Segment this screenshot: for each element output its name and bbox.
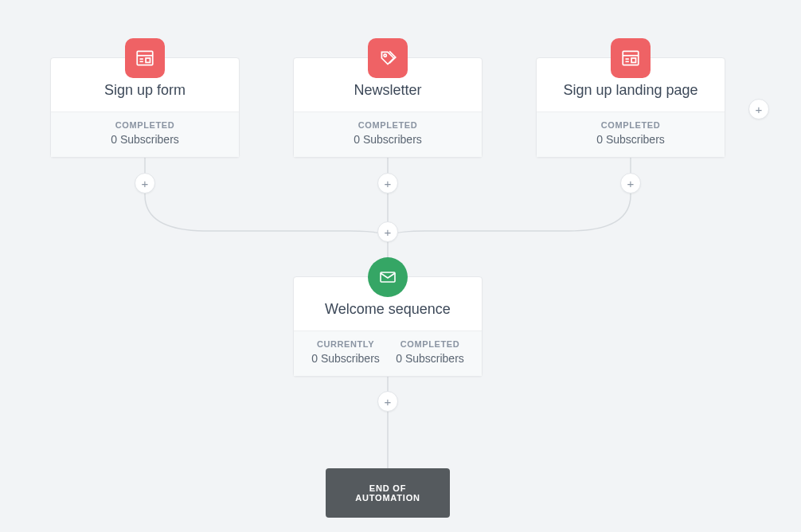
add-step-button[interactable]: + <box>377 221 398 242</box>
stat-value: 0 Subscribers <box>303 352 388 365</box>
card-stats: CURRENTLY 0 Subscribers COMPLETED 0 Subs… <box>294 331 482 376</box>
stat-label: COMPLETED <box>61 120 229 130</box>
stat-label: CURRENTLY <box>303 339 388 349</box>
stat-value: 0 Subscribers <box>61 133 229 146</box>
entry-card-landing-page[interactable]: Sign up landing page COMPLETED 0 Subscri… <box>536 57 725 158</box>
add-step-button[interactable]: + <box>620 173 641 194</box>
svg-point-5 <box>384 54 386 57</box>
svg-rect-4 <box>146 58 150 62</box>
sequence-card-welcome[interactable]: Welcome sequence CURRENTLY 0 Subscribers… <box>293 276 483 377</box>
form-icon <box>125 38 165 78</box>
stat-label: COMPLETED <box>388 339 472 349</box>
entry-card-signup-form[interactable]: Sign up form COMPLETED 0 Subscribers <box>50 57 240 158</box>
card-stats: COMPLETED 0 Subscribers <box>537 111 725 157</box>
add-step-button[interactable]: + <box>377 391 398 412</box>
card-stats: COMPLETED 0 Subscribers <box>294 111 482 157</box>
stat-value: 0 Subscribers <box>546 133 715 146</box>
add-step-button[interactable]: + <box>377 173 398 194</box>
add-entry-button[interactable]: + <box>748 99 769 119</box>
card-stats: COMPLETED 0 Subscribers <box>51 111 239 157</box>
end-of-automation: END OF AUTOMATION <box>326 468 450 518</box>
entry-card-newsletter[interactable]: Newsletter COMPLETED 0 Subscribers <box>293 57 483 158</box>
envelope-icon <box>368 257 408 297</box>
svg-rect-11 <box>381 272 395 282</box>
svg-rect-10 <box>631 58 635 62</box>
tag-icon <box>368 38 408 78</box>
stat-label: COMPLETED <box>546 120 715 130</box>
add-step-button[interactable]: + <box>135 173 155 194</box>
stat-label: COMPLETED <box>303 120 472 130</box>
stat-value: 0 Subscribers <box>303 133 472 146</box>
form-icon <box>611 38 651 78</box>
stat-value: 0 Subscribers <box>388 352 472 365</box>
